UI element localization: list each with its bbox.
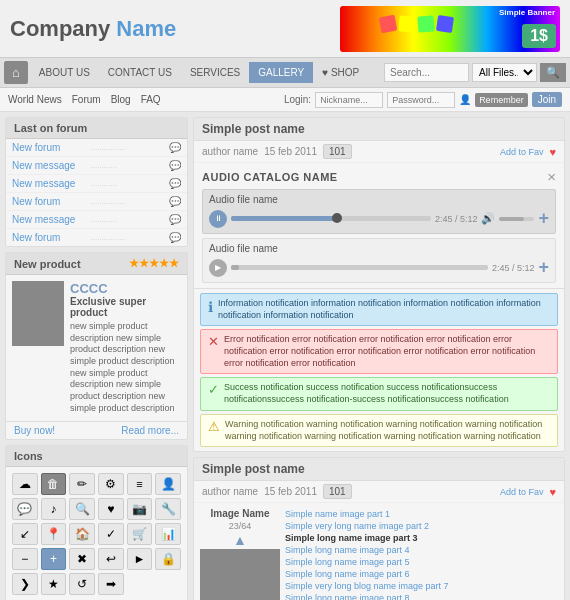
icon-heart[interactable]: ♥	[98, 498, 124, 520]
icon-plus[interactable]: +	[41, 548, 67, 570]
post2-comments[interactable]: 101	[323, 484, 352, 499]
forum-item[interactable]: New message ............ 💬	[6, 157, 187, 175]
play-button[interactable]: ▶	[209, 259, 227, 277]
nav-contact[interactable]: CONTACT US	[99, 62, 181, 83]
icon-minus[interactable]: −	[12, 548, 38, 570]
icon-home[interactable]: 🏠	[69, 523, 95, 545]
search-input[interactable]	[384, 63, 469, 82]
read-more-link[interactable]: Read more...	[121, 425, 179, 436]
nav-about[interactable]: ABOUT US	[30, 62, 99, 83]
list-item[interactable]: Simple long name image part 4	[285, 544, 558, 556]
icon-cloud[interactable]: ☁	[12, 473, 38, 495]
icon-chart[interactable]: 📊	[155, 523, 181, 545]
all-files-select[interactable]: All Files...	[472, 63, 537, 82]
audio1-add-button[interactable]: +	[538, 208, 549, 229]
forum-panel-header: Last on forum	[6, 118, 187, 139]
icon-lock[interactable]: 🔒	[155, 548, 181, 570]
password-input[interactable]	[387, 92, 455, 108]
list-item[interactable]: Simple long name image part 6	[285, 568, 558, 580]
audio-player1: Audio file name ⏸ 2:45 / 5:12 🔊 +	[202, 189, 556, 234]
notifications-section: ℹ Information notification information n…	[194, 289, 564, 451]
subnav-blog[interactable]: Blog	[111, 94, 131, 105]
nav-services[interactable]: SERVICES	[181, 62, 249, 83]
icon-star[interactable]: ★	[41, 573, 67, 595]
forum-item[interactable]: New forum ................ 💬	[6, 139, 187, 157]
post2-counter: 23/64	[229, 521, 252, 531]
banner-label: Simple Banner	[499, 8, 555, 17]
icon-chevron-right[interactable]: ❯	[12, 573, 38, 595]
audio2-add-button[interactable]: +	[538, 257, 549, 278]
post1-meta: author name 15 feb 2011 101 Add to Fav ♥	[194, 141, 564, 163]
list-item[interactable]: Simple long name image part 3	[285, 532, 558, 544]
icon-x[interactable]: ✖	[69, 548, 95, 570]
post2-panel: Simple post name author name 15 feb 2011…	[193, 457, 565, 600]
product-logo: CCCC	[70, 281, 181, 296]
audio2-filename: Audio file name	[209, 243, 549, 254]
product-image	[12, 281, 64, 346]
nickname-input[interactable]	[315, 92, 383, 108]
search-button[interactable]: 🔍	[540, 63, 566, 82]
subnav-faq[interactable]: FAQ	[141, 94, 161, 105]
list-item[interactable]: Simple name image part 1	[285, 508, 558, 520]
audio1-filename: Audio file name	[209, 194, 549, 205]
icon-arrow-right[interactable]: ➡	[98, 573, 124, 595]
forum-msg-icon: 💬	[169, 178, 181, 189]
nav-search: All Files... 🔍	[384, 63, 566, 82]
nav-gallery[interactable]: GALLERY	[249, 62, 313, 83]
post1-title: Simple post name	[202, 122, 305, 136]
post2-add-fav[interactable]: Add to Fav	[500, 487, 544, 497]
pause-button[interactable]: ⏸	[209, 210, 227, 228]
list-item[interactable]: Simple very long name image part 2	[285, 520, 558, 532]
post2-title: Simple post name	[202, 462, 305, 476]
nav-home[interactable]: ⌂	[4, 61, 28, 84]
icon-user[interactable]: 👤	[155, 473, 181, 495]
icon-play[interactable]: ►	[127, 548, 153, 570]
list-item[interactable]: Simple very long blog name image part 7	[285, 580, 558, 592]
buy-now-link[interactable]: Buy now!	[14, 425, 55, 436]
subnav-world-news[interactable]: World News	[8, 94, 62, 105]
icon-undo[interactable]: ↩	[98, 548, 124, 570]
arrow-up-button[interactable]: ▲	[233, 533, 247, 547]
post1-comments[interactable]: 101	[323, 144, 352, 159]
remember-button[interactable]: Remember	[475, 93, 528, 107]
product-body: CCCC Exclusive super product new simple …	[6, 275, 187, 421]
icon-search[interactable]: 🔍	[69, 498, 95, 520]
icon-camera[interactable]: 📷	[127, 498, 153, 520]
icon-chat[interactable]: 💬	[12, 498, 38, 520]
icon-wrench[interactable]: 🔧	[155, 498, 181, 520]
sub-nav: World News Forum Blog FAQ Login: 👤 Remem…	[0, 88, 570, 112]
audio2-progress-bar[interactable]	[231, 265, 488, 270]
icon-down-left[interactable]: ↙	[12, 523, 38, 545]
subnav-forum[interactable]: Forum	[72, 94, 101, 105]
header: Company Name Simple Banner 1$	[0, 0, 570, 58]
forum-item[interactable]: New forum ................ 💬	[6, 229, 187, 246]
audio1-progress-bar[interactable]	[231, 216, 431, 221]
list-item[interactable]: Simple long name image part 8	[285, 592, 558, 600]
list-item[interactable]: Simple long name image part 5	[285, 556, 558, 568]
volume-bar[interactable]	[499, 217, 534, 221]
icon-trash[interactable]: 🗑	[41, 473, 67, 495]
icons-grid: ☁ 🗑 ✏ ⚙ ≡ 👤 💬 ♪ 🔍 ♥ 📷 🔧 ↙ 📍 🏠 ✓ 🛒 📊 −	[6, 467, 187, 601]
icon-gear[interactable]: ⚙	[98, 473, 124, 495]
icon-edit[interactable]: ✏	[69, 473, 95, 495]
audio-close-button[interactable]: ×	[547, 168, 556, 185]
icon-music[interactable]: ♪	[41, 498, 67, 520]
icon-cart[interactable]: 🛒	[127, 523, 153, 545]
audio-title: AUDIO CATALOG NAME	[202, 171, 547, 183]
icon-check[interactable]: ✓	[98, 523, 124, 545]
icon-pin[interactable]: 📍	[41, 523, 67, 545]
success-icon: ✓	[208, 382, 219, 399]
forum-item[interactable]: New message ............ 💬	[6, 175, 187, 193]
login-label: Login:	[284, 94, 311, 105]
icon-refresh[interactable]: ↺	[69, 573, 95, 595]
notif-info: ℹ Information notification information n…	[200, 293, 558, 326]
icon-menu[interactable]: ≡	[127, 473, 153, 495]
forum-item[interactable]: New forum ................ 💬	[6, 193, 187, 211]
heart-icon: ♥	[549, 146, 556, 158]
add-fav-link[interactable]: Add to Fav	[500, 147, 544, 157]
nav-bar: ⌂ ABOUT US CONTACT US SERVICES GALLERY ♥…	[0, 58, 570, 88]
join-button[interactable]: Join	[532, 92, 562, 107]
person-icon: 👤	[459, 94, 471, 105]
forum-item[interactable]: New message ............ 💬	[6, 211, 187, 229]
nav-shop[interactable]: ♥ SHOP	[313, 62, 368, 83]
